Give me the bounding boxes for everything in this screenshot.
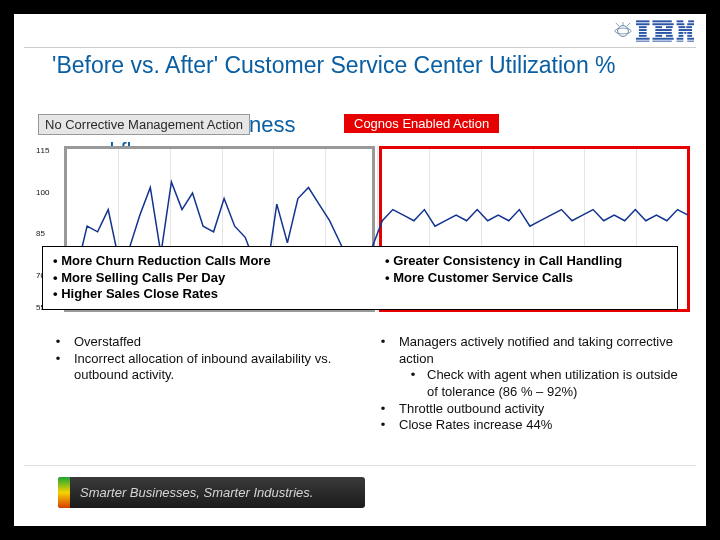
svg-rect-14 — [652, 23, 673, 25]
callout-line: • Higher Sales Close Rates — [53, 286, 335, 303]
svg-rect-32 — [687, 32, 692, 34]
svg-rect-25 — [677, 23, 685, 25]
bullets-left: •Overstaffed •Incorrect allocation of in… — [42, 334, 367, 434]
svg-rect-31 — [684, 32, 686, 34]
footer-chip: Smarter Businesses, Smarter Industries. — [58, 477, 365, 508]
svg-rect-26 — [687, 23, 694, 25]
svg-line-2 — [616, 23, 620, 27]
svg-rect-34 — [687, 35, 692, 37]
list-item: •Incorrect allocation of inbound availab… — [42, 351, 367, 384]
y-tick: 115 — [36, 146, 62, 155]
svg-rect-8 — [639, 29, 647, 31]
svg-point-0 — [618, 26, 629, 37]
divider-bottom — [24, 465, 696, 466]
svg-rect-20 — [666, 35, 673, 37]
callout-line: • More Selling Calls Per Day — [53, 270, 335, 287]
svg-rect-29 — [679, 29, 693, 31]
svg-rect-15 — [655, 26, 662, 28]
bullets-row: •Overstaffed •Incorrect allocation of in… — [42, 334, 692, 434]
list-item: •Throttle outbound activity — [367, 401, 692, 418]
callout-line: • Greater Consistency in Call Handling — [385, 253, 667, 270]
svg-rect-30 — [679, 32, 684, 34]
svg-rect-6 — [636, 23, 650, 25]
smarter-planet-icon — [614, 22, 632, 40]
svg-rect-33 — [679, 35, 684, 37]
svg-rect-28 — [686, 26, 692, 28]
chip-cognos-action: Cognos Enabled Action — [344, 114, 499, 133]
list-item: •Overstaffed — [42, 334, 367, 351]
svg-rect-35 — [677, 38, 684, 40]
svg-rect-16 — [666, 26, 673, 28]
divider-top — [24, 47, 696, 48]
ibm-logo — [614, 20, 694, 42]
svg-rect-36 — [687, 38, 694, 40]
svg-rect-22 — [652, 41, 671, 42]
svg-rect-37 — [677, 41, 684, 42]
ibm-wordmark-icon — [636, 20, 694, 42]
bullets-right: •Managers actively notified and taking c… — [367, 334, 692, 434]
svg-line-3 — [627, 23, 631, 27]
svg-rect-5 — [636, 20, 650, 22]
svg-rect-27 — [679, 26, 686, 28]
list-item: •Check with agent when utilization is ou… — [367, 367, 692, 400]
callout-line: • More Churn Reduction Calls More — [53, 253, 335, 270]
callout-left: • More Churn Reduction Calls More • More… — [43, 247, 345, 309]
svg-rect-17 — [655, 29, 671, 31]
svg-rect-10 — [639, 35, 647, 37]
svg-rect-7 — [639, 26, 647, 28]
callout-box: • More Churn Reduction Calls More • More… — [42, 246, 678, 310]
callout-line: • More Customer Service Calls — [385, 270, 667, 287]
svg-rect-9 — [639, 32, 647, 34]
slide-title: 'Before vs. After' Customer Service Cent… — [52, 52, 666, 78]
svg-rect-18 — [655, 32, 671, 34]
svg-rect-21 — [652, 38, 673, 40]
svg-rect-11 — [636, 38, 650, 40]
svg-rect-13 — [652, 20, 671, 22]
footer-text: Smarter Businesses, Smarter Industries. — [70, 477, 365, 508]
svg-rect-38 — [687, 41, 694, 42]
list-item: •Close Rates increase 44% — [367, 417, 692, 434]
callout-right: • Greater Consistency in Call Handling •… — [345, 247, 677, 309]
chip-no-action: No Corrective Management Action — [38, 114, 250, 135]
svg-rect-24 — [688, 20, 694, 22]
y-tick: 85 — [36, 229, 62, 238]
list-item: •Managers actively notified and taking c… — [367, 334, 692, 367]
svg-rect-23 — [677, 20, 684, 22]
slide: 'Before vs. After' Customer Service Cent… — [14, 14, 706, 526]
svg-rect-12 — [636, 41, 650, 42]
svg-rect-19 — [655, 35, 662, 37]
footer-gradient-icon — [58, 477, 70, 508]
y-tick: 100 — [36, 188, 62, 197]
